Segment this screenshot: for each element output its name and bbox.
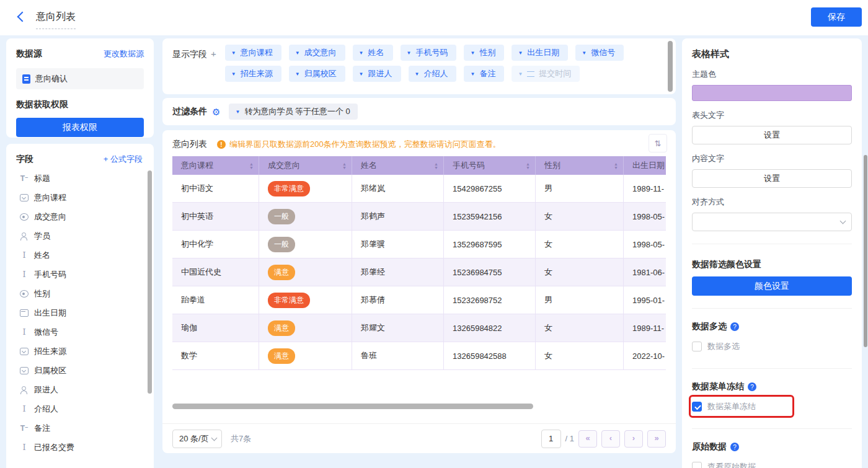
- column-header[interactable]: 出生日期▲▼: [624, 156, 666, 175]
- chip-label: 介绍人: [423, 68, 448, 79]
- page-size-select[interactable]: 20 条/页: [172, 430, 222, 448]
- text-field-icon: I: [20, 270, 29, 279]
- help-icon[interactable]: ?: [748, 382, 756, 391]
- radio-field-icon: [20, 213, 29, 221]
- display-field-chip[interactable]: ▼招生来源: [225, 66, 281, 82]
- sort-carets-icon[interactable]: ▲▼: [614, 162, 618, 169]
- content-text-settings-button[interactable]: 设置: [692, 169, 852, 188]
- filter-condition-chip[interactable]: ▼ 转为意向学员 等于任意一个 0: [229, 104, 357, 120]
- chevron-down-icon: ▼: [359, 71, 364, 77]
- save-button[interactable]: 保存: [811, 7, 862, 27]
- chevron-down-icon: ▼: [470, 50, 475, 56]
- field-item[interactable]: I介绍人: [16, 399, 148, 418]
- table-body: 初中语文非常满意郑绪岚15429867255男1989-11-初中英语一般郑鹤声…: [172, 175, 666, 370]
- chevron-down-icon: ▼: [415, 71, 420, 77]
- select-field-icon: [20, 194, 29, 201]
- field-label: 成交意向: [34, 211, 66, 223]
- chips-scrollbar[interactable]: [668, 41, 673, 92]
- freeze-checkbox[interactable]: [692, 402, 702, 412]
- field-item[interactable]: 跟进人: [16, 380, 148, 399]
- field-item[interactable]: 招生来源: [16, 342, 148, 361]
- filter-label: 过滤条件: [172, 106, 207, 117]
- column-header[interactable]: 姓名▲▼: [352, 156, 444, 175]
- last-page-button[interactable]: »: [647, 430, 666, 448]
- page-number-input[interactable]: [541, 430, 561, 448]
- gear-icon[interactable]: ⚙: [212, 107, 220, 117]
- chevron-down-icon: [211, 435, 218, 441]
- help-icon[interactable]: ?: [730, 443, 739, 451]
- sort-carets-icon[interactable]: ▲▼: [434, 162, 438, 169]
- field-item[interactable]: 性别: [16, 284, 148, 303]
- table-row[interactable]: 中国近代史满意郑肇经15236984755女1981-06-: [172, 258, 666, 286]
- raw-data-checkbox[interactable]: [692, 462, 702, 468]
- data-table: 意向课程▲▼成交意向▲▼姓名▲▼手机号码▲▼性别▲▼出生日期▲▼ 初中语文非常满…: [172, 156, 666, 370]
- table-row[interactable]: 瑜伽满意郑耀文13265984822女1989-11-: [172, 314, 666, 342]
- display-field-chip[interactable]: ▼姓名: [353, 45, 393, 61]
- table-horizontal-scrollbar[interactable]: [172, 404, 533, 409]
- table-cell: 郑肇经: [352, 258, 444, 286]
- report-permission-button[interactable]: 报表权限: [16, 118, 144, 137]
- field-label: 归属校区: [34, 365, 66, 376]
- display-field-chip-disabled[interactable]: ▼提交时间: [512, 66, 580, 82]
- field-label: 意向课程: [34, 192, 66, 203]
- column-header[interactable]: 意向课程▲▼: [172, 156, 259, 175]
- window-scrollbar[interactable]: [864, 155, 867, 347]
- next-page-button[interactable]: ›: [624, 430, 643, 448]
- table-row[interactable]: 初中语文非常满意郑绪岚15429867255男1989-11-: [172, 175, 666, 203]
- display-field-chip[interactable]: ▼跟进人: [353, 66, 401, 82]
- prev-page-button[interactable]: ‹: [601, 430, 620, 448]
- field-item[interactable]: 成交意向: [16, 207, 148, 226]
- field-label: 性别: [34, 288, 50, 299]
- table-row[interactable]: 数学满意鲁班132659842588女2022-10-: [172, 342, 666, 370]
- fields-scrollbar[interactable]: [148, 170, 152, 394]
- add-field-icon[interactable]: +: [211, 48, 216, 59]
- table-row[interactable]: 初中英语一般郑鹤声15235942156女1998-05-: [172, 203, 666, 231]
- column-header-label: 成交意向: [268, 160, 300, 171]
- field-item[interactable]: I已报名交费: [16, 438, 148, 457]
- field-item[interactable]: I手机号码: [16, 265, 148, 284]
- column-header[interactable]: 成交意向▲▼: [259, 156, 352, 175]
- display-field-chip[interactable]: ▼备注: [464, 66, 504, 82]
- display-field-chip[interactable]: ▼微信号: [575, 45, 624, 61]
- header-text-settings-button[interactable]: 设置: [692, 126, 852, 144]
- field-item[interactable]: 归属校区: [16, 361, 148, 380]
- datasource-item[interactable]: 意向确认: [16, 68, 144, 89]
- field-item[interactable]: I微信号: [16, 322, 148, 342]
- datasource-panel: 数据源 更改数据源 意向确认 数据获取权限 报表权限: [6, 38, 154, 138]
- help-icon[interactable]: ?: [730, 322, 739, 331]
- table-cell: 郑慕倩: [352, 286, 444, 314]
- display-field-chip[interactable]: ▼手机号码: [401, 45, 457, 61]
- field-item[interactable]: 意向课程: [16, 188, 148, 207]
- field-item[interactable]: I姓名: [16, 245, 148, 265]
- sort-carets-icon[interactable]: ▲▼: [526, 162, 530, 169]
- display-field-chip[interactable]: ▼成交意向: [289, 45, 345, 61]
- sort-order-icon[interactable]: ⇅: [649, 134, 667, 152]
- display-field-chip[interactable]: ▼意向课程: [225, 45, 281, 61]
- add-formula-field-link[interactable]: + 公式字段: [104, 154, 143, 165]
- align-select[interactable]: [692, 213, 852, 231]
- display-field-chip[interactable]: ▼出生日期: [512, 45, 568, 61]
- display-field-chip[interactable]: ▼介绍人: [409, 66, 457, 82]
- multi-select-checkbox[interactable]: [692, 342, 702, 351]
- color-settings-button[interactable]: 颜色设置: [692, 276, 852, 296]
- table-row[interactable]: 跆拳道非常满意郑慕倩15232698752男1995-01-: [172, 286, 666, 314]
- column-header[interactable]: 性别▲▼: [536, 156, 624, 175]
- display-field-chip[interactable]: ▼归属校区: [289, 66, 345, 82]
- intent-badge: 一般: [268, 209, 295, 224]
- sort-carets-icon[interactable]: ▲▼: [342, 162, 347, 169]
- theme-color-swatch[interactable]: [692, 85, 852, 101]
- back-icon[interactable]: [17, 12, 28, 22]
- field-item[interactable]: T标题: [16, 169, 148, 188]
- sort-carets-icon[interactable]: ▲▼: [249, 162, 254, 169]
- field-label: 介绍人: [34, 404, 58, 415]
- field-item[interactable]: 学员: [16, 226, 148, 245]
- raw-data-checkbox-label: 查看原始数据: [707, 461, 756, 468]
- display-field-chip[interactable]: ▼性别: [464, 45, 504, 61]
- first-page-button[interactable]: «: [578, 430, 597, 448]
- change-datasource-link[interactable]: 更改数据源: [104, 48, 144, 60]
- column-header[interactable]: 手机号码▲▼: [444, 156, 536, 175]
- table-row[interactable]: 初中化学一般郑肇骥13529687595女1998-05-: [172, 231, 666, 258]
- field-item[interactable]: T备注: [16, 418, 148, 438]
- field-item[interactable]: 出生日期: [16, 303, 148, 322]
- raw-data-row: 查看原始数据: [692, 461, 852, 468]
